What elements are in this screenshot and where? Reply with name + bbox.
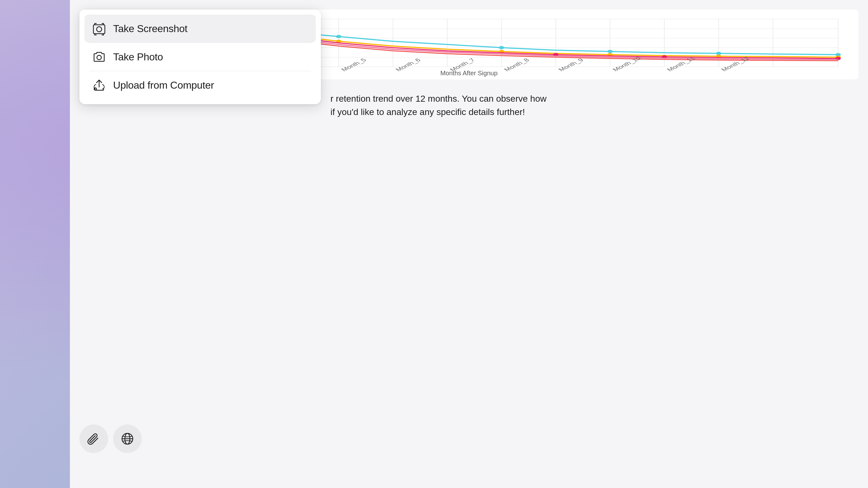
svg-point-25 [716,52,721,55]
description-text: r retention trend over 12 months. You ca… [331,92,868,119]
upload-computer-label: Upload from Computer [113,80,214,91]
screenshot-icon [92,22,106,36]
svg-point-23 [499,46,504,49]
chat-window: 0.2 A M [70,0,868,488]
x-axis-label: Months After Signup [440,69,498,77]
take-photo-item[interactable]: Take Photo [85,43,316,71]
globe-button[interactable] [113,424,142,453]
upload-computer-item[interactable]: Upload from Computer [85,71,316,99]
svg-point-49 [97,55,101,60]
svg-text:Month_6: Month_6 [394,57,422,72]
take-photo-label: Take Photo [113,51,163,63]
svg-rect-47 [93,25,105,34]
svg-text:Month_9: Month_9 [557,57,585,72]
bottom-toolbar [80,424,142,453]
description-line2: if you'd like to analyze any specific de… [331,105,868,119]
svg-point-24 [608,50,613,53]
svg-text:Month_8: Month_8 [502,57,531,72]
upload-icon [92,78,106,92]
camera-icon [92,50,106,64]
svg-text:Month_12: Month_12 [720,56,751,72]
take-screenshot-item[interactable]: Take Screenshot [85,14,316,42]
attachment-button[interactable] [80,424,108,453]
svg-point-22 [336,35,341,38]
popup-menu: Take Screenshot Take Photo [80,9,321,104]
description-line1: r retention trend over 12 months. You ca… [331,92,868,105]
svg-point-48 [97,27,102,32]
take-screenshot-label: Take Screenshot [113,23,187,35]
svg-text:Month_5: Month_5 [340,57,368,72]
